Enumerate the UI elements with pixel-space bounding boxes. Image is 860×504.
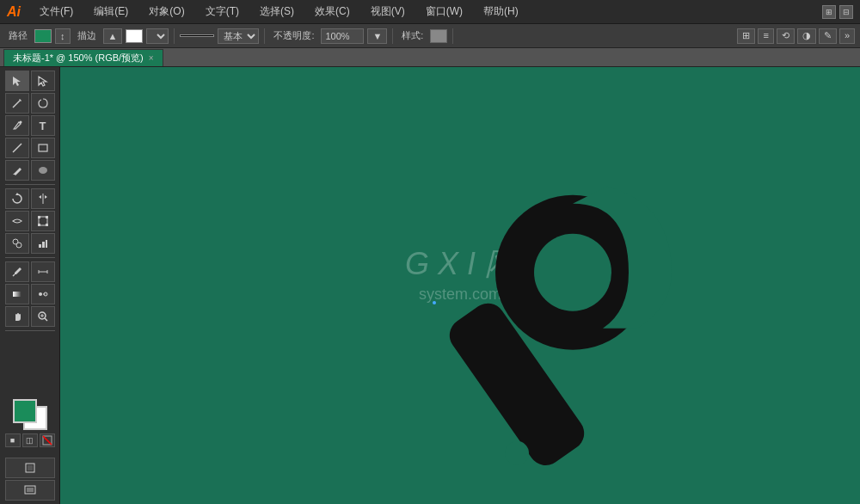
rectangle-tool-btn[interactable] <box>31 138 55 158</box>
tool-row-7 <box>5 211 55 231</box>
rotate-tool-btn[interactable] <box>5 188 29 209</box>
gradient-tool-btn[interactable] <box>5 284 29 304</box>
magic-wand-btn[interactable] <box>5 93 29 114</box>
hand-tool-btn[interactable] <box>5 306 29 327</box>
opacity-input[interactable] <box>321 28 364 44</box>
lasso-btn[interactable] <box>31 93 55 114</box>
tool-divider-1 <box>5 184 55 185</box>
blend-tool-btn[interactable] <box>31 284 55 304</box>
separator2 <box>264 28 265 44</box>
svg-rect-39 <box>27 488 34 492</box>
draw-inside-btn[interactable] <box>5 458 55 478</box>
pen-tool-btn[interactable] <box>5 115 29 136</box>
title-bar: Ai 文件(F) 编辑(E) 对象(O) 文字(T) 选择(S) 效果(C) 视… <box>0 0 860 24</box>
none-icon[interactable] <box>40 433 55 447</box>
screen-mode-btn[interactable] <box>5 480 55 501</box>
graph-tool-btn[interactable] <box>31 233 55 254</box>
transform-icon[interactable]: ⟲ <box>777 28 795 44</box>
stroke-panel-icon[interactable]: ✎ <box>819 28 837 44</box>
app-logo: Ai <box>7 4 21 20</box>
menu-text[interactable]: 文字(T) <box>200 3 244 21</box>
blob-brush-btn[interactable] <box>31 160 55 181</box>
svg-point-42 <box>534 234 611 311</box>
svg-point-7 <box>39 167 47 174</box>
menu-effect[interactable]: 效果(C) <box>310 3 355 21</box>
width-tool-btn[interactable] <box>5 211 29 231</box>
pathfinder-icon[interactable]: ◑ <box>797 28 816 44</box>
svg-marker-1 <box>39 77 46 86</box>
svg-line-5 <box>13 144 22 152</box>
gradient-icon[interactable]: ◫ <box>22 433 38 447</box>
direct-selection-tool-btn[interactable] <box>31 71 55 91</box>
tab-bar: 未标题-1* @ 150% (RGB/预览) × <box>0 48 860 67</box>
tool-row-5 <box>5 160 55 181</box>
measure-btn[interactable] <box>31 261 55 282</box>
stroke-up-btn[interactable]: ▲ <box>103 28 123 44</box>
pencil-tool-btn[interactable] <box>5 160 29 181</box>
svg-rect-15 <box>38 224 40 226</box>
separator3 <box>392 28 393 44</box>
fill-stroke-swatches <box>13 399 47 430</box>
window-icon[interactable]: ⊞ <box>822 5 836 19</box>
separator1 <box>174 28 175 44</box>
menu-file[interactable]: 文件(F) <box>34 3 78 21</box>
menu-help[interactable]: 帮助(H) <box>478 3 524 21</box>
fill-swatch[interactable] <box>13 399 37 423</box>
wrench-svg <box>405 161 680 470</box>
swatch-mode-icons: ■ ◫ <box>5 433 55 447</box>
left-toolbar: T <box>0 67 60 504</box>
svg-rect-37 <box>28 465 33 470</box>
svg-marker-0 <box>13 77 21 86</box>
menu-edit[interactable]: 编辑(E) <box>89 3 133 21</box>
tool-row-8 <box>5 233 55 254</box>
stroke-options-btn[interactable]: ↕ <box>55 28 71 44</box>
stroke-style-select[interactable]: 基本 <box>218 28 259 44</box>
canvas-area[interactable]: G X I 网 system.com <box>60 67 860 504</box>
svg-point-18 <box>16 243 22 248</box>
tool-row-9 <box>5 261 55 282</box>
svg-line-31 <box>45 318 47 321</box>
menu-view[interactable]: 视图(V) <box>366 3 410 21</box>
menu-select[interactable]: 选择(S) <box>255 3 299 21</box>
more-icon[interactable]: » <box>839 28 855 44</box>
svg-rect-19 <box>39 244 41 248</box>
stroke-width-select[interactable] <box>146 28 169 44</box>
window-icon2[interactable]: ⊟ <box>839 5 853 19</box>
svg-rect-21 <box>46 240 47 248</box>
svg-line-2 <box>13 101 20 108</box>
zoom-tool-btn[interactable] <box>31 306 55 327</box>
solid-color-icon[interactable]: ■ <box>5 433 21 447</box>
tab-document[interactable]: 未标题-1* @ 150% (RGB/预览) × <box>3 49 163 66</box>
shape-builder-btn[interactable] <box>5 233 29 254</box>
menu-object[interactable]: 对象(O) <box>144 3 189 21</box>
stroke-color-swatch[interactable] <box>126 29 143 43</box>
stroke-label: 描边 <box>74 29 100 42</box>
line-tool-btn[interactable] <box>5 138 29 158</box>
svg-rect-13 <box>38 216 40 218</box>
stroke-preview <box>180 34 214 37</box>
menu-window[interactable]: 窗口(W) <box>421 3 468 21</box>
eyedropper-btn[interactable] <box>5 261 29 282</box>
svg-line-35 <box>43 436 52 445</box>
arrange-icon[interactable]: ⊞ <box>737 28 755 44</box>
options-toolbar: 路径 ↕ 描边 ▲ 基本 不透明度: ▼ 样式: ⊞ ≡ ⟲ ◑ ✎ » <box>0 24 860 48</box>
tab-close-btn[interactable]: × <box>149 53 154 63</box>
selection-tool-btn[interactable] <box>5 71 29 91</box>
screen-view-row <box>5 480 55 501</box>
svg-rect-20 <box>42 242 45 248</box>
svg-point-4 <box>19 121 22 124</box>
opacity-down-btn[interactable]: ▼ <box>367 28 387 44</box>
style-swatch[interactable] <box>430 29 447 43</box>
free-transform-btn[interactable] <box>31 211 55 231</box>
reflect-tool-btn[interactable] <box>31 188 55 209</box>
tool-row-6 <box>5 188 55 209</box>
align-icon[interactable]: ≡ <box>758 28 773 44</box>
anchor-point <box>433 301 436 304</box>
fill-color-swatch[interactable] <box>34 29 52 43</box>
color-swatches: ■ ◫ <box>5 399 55 451</box>
style-label: 样式: <box>398 29 427 42</box>
tool-row-2 <box>5 93 55 114</box>
svg-rect-26 <box>13 292 22 297</box>
opacity-label: 不透明度: <box>270 29 317 42</box>
type-tool-btn[interactable]: T <box>31 115 55 136</box>
